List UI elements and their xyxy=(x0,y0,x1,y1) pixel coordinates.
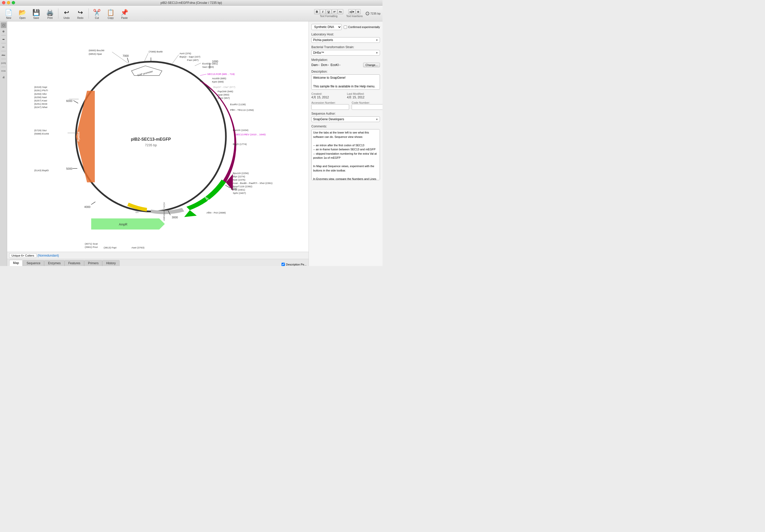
subscript-button[interactable]: A₂ xyxy=(338,9,343,14)
filter-unique-button[interactable]: Unique 6+ Cutters xyxy=(9,253,36,258)
site-bmet: BmeT110I (2392) xyxy=(233,185,252,188)
sidebar-tool-printer[interactable]: 🖨 xyxy=(1,74,6,80)
comments-line2: -- an in-frame fusion between SEC13 and … xyxy=(313,147,378,151)
site-saci: SacI (683) xyxy=(202,66,214,68)
methylation-label: Methylation: xyxy=(311,58,380,62)
sidebar-tool-select[interactable]: ⬡ xyxy=(1,22,6,28)
site-btgzi: BtgZI (1774) xyxy=(233,143,247,145)
lab-host-field[interactable]: Pichia pastoris ▼ xyxy=(311,37,380,43)
paste-label: Paste xyxy=(121,17,128,19)
tab-map[interactable]: Map xyxy=(9,260,23,266)
superscript-button[interactable]: A² xyxy=(332,9,338,14)
main-layout: ⬡ ⊕ ➡ ✏ Abc {123} CCA 🖨 pIB2-SEC13-mEGFP… xyxy=(0,21,382,266)
maximize-button[interactable] xyxy=(12,1,15,4)
dna-type-select[interactable]: Synthetic DNA xyxy=(311,24,342,30)
code-input[interactable] xyxy=(352,104,382,110)
toolbar-edit-group1: ↩ Undo ↪ Redo xyxy=(60,7,87,20)
tab-features[interactable]: Features xyxy=(65,260,84,266)
description-box[interactable]: Welcome to SnapGene! This sample file is… xyxy=(311,74,380,90)
sidebar-sep-4 xyxy=(1,59,6,59)
plasmid-name: pIB2-SEC13-mEGFP xyxy=(131,137,171,141)
undo-label: Undo xyxy=(64,17,70,19)
feature-ampr xyxy=(91,218,165,230)
code-col: Code Number: xyxy=(352,101,382,110)
bact-transform-arrow: ▼ xyxy=(376,52,378,54)
close-button[interactable] xyxy=(2,1,5,4)
feature-label-aox1: AOX1 terminator xyxy=(163,202,166,221)
lab-host-section: Laboratory Host: Pichia pastoris ▼ xyxy=(311,33,380,43)
paste-button[interactable]: 📌 Paste xyxy=(118,7,131,20)
sidebar-tool-pencil[interactable]: ✏ xyxy=(1,44,6,50)
open-icon: 📂 xyxy=(19,9,26,16)
filter-nonredundant[interactable]: (Nonredundant) xyxy=(38,254,59,257)
new-button[interactable]: 📄 New xyxy=(2,7,15,20)
plasmid-map[interactable]: pIB2-SEC13-mEGFP 7235 bp PpHIS4 GAP prom… xyxy=(7,21,309,252)
underline-button[interactable]: U xyxy=(326,9,332,14)
comments-section: Comments: Use the tabs at the lower left… xyxy=(311,125,380,180)
accession-input[interactable] xyxy=(311,104,349,110)
confirmed-label: Confirmed experimentally xyxy=(344,26,380,29)
bact-transform-section: Bacterial Transformation Strain: DH5α™ ▼ xyxy=(311,45,380,56)
open-button[interactable]: 📂 Open xyxy=(16,7,29,20)
tab-enzymes[interactable]: Enzymes xyxy=(44,260,64,266)
save-button[interactable]: 💾 Save xyxy=(30,7,43,20)
sidebar-tool-move[interactable]: ➡ xyxy=(1,36,6,42)
copy-button[interactable]: 📋 Copy xyxy=(104,7,117,20)
description-panel-checkbox[interactable] xyxy=(282,263,285,266)
dam-item: Dam+ xyxy=(311,63,320,67)
bold-button[interactable]: B xyxy=(314,9,320,14)
feature-label-ampr: AmpR xyxy=(119,223,128,226)
symbols-button[interactable]: αβ▾ xyxy=(348,9,356,14)
site-bamhi: BamHI (1634) xyxy=(233,129,248,132)
text-formatting-label: Text Formatting xyxy=(320,15,338,18)
description-line2: This sample file is available in the Hel… xyxy=(313,84,378,89)
copy-label: Copy xyxy=(108,17,114,19)
tick-label-5000: 5000 xyxy=(66,167,72,170)
toolbar: 📄 New 📂 Open 💾 Save 🖨️ Print ↩ Undo ↪ Re… xyxy=(0,6,382,21)
confirmed-checkbox[interactable] xyxy=(344,26,347,29)
title-bar: pIB2-SEC13-mEGFP.dna (Circular / 7235 bp… xyxy=(0,0,382,6)
methylation-change-button[interactable]: Change... xyxy=(363,63,380,67)
site-bsu36i: (6900) Bsu36I xyxy=(89,49,105,52)
comments-text: Use the tabs at the lower left to see wh… xyxy=(313,131,378,139)
print-button[interactable]: 🖨️ Print xyxy=(43,7,57,20)
ecoki-item: EcoKI+ xyxy=(331,63,341,67)
redo-button[interactable]: ↪ Redo xyxy=(74,7,87,20)
seq-author-value: SnapGene Developers xyxy=(313,118,344,121)
comments-box[interactable]: Use the tabs at the lower left to see wh… xyxy=(311,129,380,180)
meta-dates-row: Created: 4月 15, 2012 Last Modified: 4月 1… xyxy=(311,92,380,100)
site-avrii: AvrII (376) xyxy=(180,52,191,55)
bact-transform-field[interactable]: DH5α™ ▼ xyxy=(311,50,380,56)
sidebar-tool-text[interactable]: CCA xyxy=(1,68,6,74)
tab-sequence[interactable]: Sequence xyxy=(23,260,44,266)
last-modified-value: 4月 15, 2012 xyxy=(347,95,380,100)
methylation-row: Dam+ Dcm+ EcoKI+ Change... xyxy=(311,63,380,67)
undo-button[interactable]: ↩ Undo xyxy=(60,7,73,20)
minimize-button[interactable] xyxy=(7,1,10,4)
description-panel-toggle[interactable]: Description Pe... xyxy=(282,263,307,266)
tab-history[interactable]: History xyxy=(102,260,119,266)
site-fspi: (3813) FspI xyxy=(104,246,117,249)
redo-label: Redo xyxy=(77,17,83,19)
text-formatting-group: B I U A² A₂ Text Formatting xyxy=(314,9,343,18)
accession-row: Accession Number: Code Number: xyxy=(311,101,380,110)
tab-primers[interactable]: Primers xyxy=(84,260,102,266)
site-stui: (5729) StuI xyxy=(34,129,46,132)
sidebar-tool-abc[interactable]: Abc xyxy=(1,52,6,58)
seq-author-field[interactable]: SnapGene Developers ▼ xyxy=(311,117,380,122)
sidebar-tool-123[interactable]: {123} xyxy=(1,60,6,66)
cut-button[interactable]: ✂️ Cut xyxy=(90,7,104,20)
site-econi: (5688) EcoNI xyxy=(34,132,49,135)
site-avai: AvaI - BsoBI - PaeR7I - XhoI (2391) xyxy=(233,182,273,184)
italic-button[interactable]: I xyxy=(320,9,326,14)
site-xcmi: XcmI (957) xyxy=(218,97,230,99)
sidebar-tool-zoom[interactable]: ⊕ xyxy=(1,29,6,34)
print-icon: 🖨️ xyxy=(46,9,54,16)
tick-label-4000: 4000 xyxy=(84,205,90,208)
site-pasi: PasI (487) xyxy=(187,59,198,61)
comments-label: Comments: xyxy=(311,125,380,128)
paste-icon: 📌 xyxy=(121,9,128,16)
toolbar-right: B I U A² A₂ Text Formatting αβ▾ ⊕ Text I… xyxy=(314,9,381,18)
format-buttons: B I U A² A₂ xyxy=(314,9,343,14)
link-button[interactable]: ⊕ xyxy=(356,9,361,14)
